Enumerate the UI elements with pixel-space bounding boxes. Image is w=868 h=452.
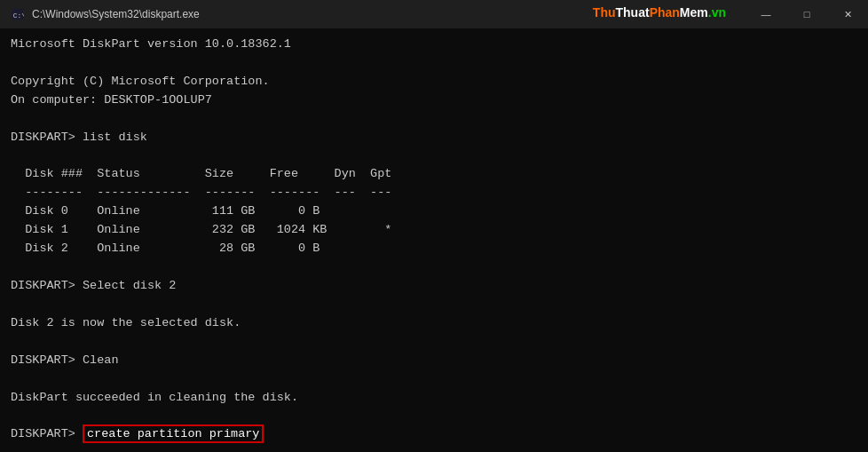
- line-19: [11, 370, 857, 389]
- watermark-thu: Thu: [593, 5, 616, 20]
- line-6: DISKPART> list disk: [11, 129, 857, 147]
- line-23: [11, 444, 857, 452]
- app-icon: C:\: [11, 7, 25, 21]
- line-3: Copyright (C) Microsoft Corporation.: [11, 73, 857, 91]
- title-bar: C:\ C:\Windows\System32\diskpart.exe Thu…: [0, 0, 868, 28]
- line-5: [11, 110, 857, 129]
- line-8: Disk ### Status Size Free Dyn Gpt: [11, 165, 857, 184]
- terminal-output: Microsoft DiskPart version 10.0.18362.1 …: [0, 28, 868, 452]
- line-15: [11, 296, 857, 314]
- line-4: On computer: DESKTOP-1OOLUP7: [11, 91, 857, 110]
- watermark-vn: .vn: [708, 5, 726, 20]
- line-22-highlighted: DISKPART> create partition primary: [11, 425, 857, 444]
- line-10: Disk 0 Online 111 GB 0 B: [11, 202, 857, 221]
- window-title: C:\Windows\System32\diskpart.exe: [32, 8, 857, 20]
- line-21: [11, 407, 857, 425]
- line-7: [11, 147, 857, 166]
- watermark-mem: Mem: [680, 5, 708, 20]
- line-16: Disk 2 is now the selected disk.: [11, 314, 857, 333]
- window-controls: — □ ✕: [746, 0, 868, 28]
- line-2: [11, 54, 857, 73]
- window: C:\ C:\Windows\System32\diskpart.exe Thu…: [0, 0, 868, 452]
- line-20: DiskPart succeeded in cleaning the disk.: [11, 389, 857, 408]
- svg-text:C:\: C:\: [13, 12, 24, 20]
- line-13: [11, 258, 857, 277]
- line-12: Disk 2 Online 28 GB 0 B: [11, 240, 857, 258]
- highlighted-command: create partition primary: [83, 424, 264, 443]
- watermark-thuat: Thuat: [616, 5, 650, 20]
- line-17: [11, 333, 857, 352]
- line-14: DISKPART> Select disk 2: [11, 277, 857, 296]
- close-button[interactable]: ✕: [827, 0, 868, 28]
- line-11: Disk 1 Online 232 GB 1024 KB *: [11, 221, 857, 240]
- line-1: Microsoft DiskPart version 10.0.18362.1: [11, 36, 857, 54]
- watermark-phan: Phan: [650, 5, 680, 20]
- line-9: -------- ------------- ------- ------- -…: [11, 184, 857, 202]
- watermark: ThuThuatPhanMem.vn: [593, 5, 726, 20]
- line-18: DISKPART> Clean: [11, 352, 857, 370]
- maximize-button[interactable]: □: [786, 0, 827, 28]
- minimize-button[interactable]: —: [746, 0, 786, 28]
